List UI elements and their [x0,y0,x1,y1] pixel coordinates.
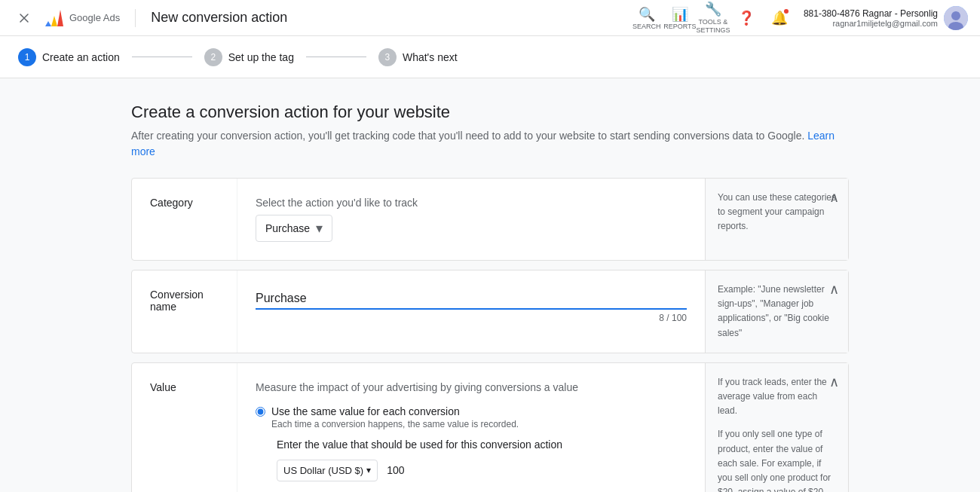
value-help-text-2: If you only sell one type of product, en… [718,427,836,492]
currency-dropdown-icon: ▾ [366,465,371,475]
category-help-text: You can use these categories to segment … [718,192,836,231]
notification-badge [782,8,790,15]
google-ads-logo: Google Ads [42,10,120,26]
page-title-nav: New conversion action [151,10,287,26]
category-help: ∧ You can use these categories to segmen… [705,179,848,260]
svg-marker-0 [45,21,51,26]
value-description: Measure the impact of your advertising b… [256,381,687,393]
tools-label: TOOLS & SETTINGS [696,18,730,35]
category-section: Category Select the action you'd like to… [131,178,849,261]
reports-icon: 📊 [672,6,688,23]
category-selected-value: Purchase [265,222,310,234]
step-1-label: Create an action [42,51,120,63]
search-icon: 🔍 [639,6,655,23]
user-info: 881-380-4876 Ragnar - Personlig ragnar1m… [804,8,938,28]
value-amount: 100 [387,464,404,476]
currency-value: US Dollar (USD $) [283,465,363,476]
tools-nav-button[interactable]: 🔧 TOOLS & SETTINGS [698,3,728,33]
stepper: 1 Create an action 2 Set up the tag 3 Wh… [0,36,980,78]
step-3-label: What's next [403,51,458,63]
value-input-section: Enter the value that should be used for … [277,439,687,481]
search-label: SEARCH [632,23,661,30]
page-description-text: After creating your conversion action, y… [131,130,804,142]
step-2-label: Set up the tag [228,51,294,63]
value-main: Measure the impact of your advertising b… [237,363,705,492]
help-icon: ❓ [738,10,755,26]
step-2-circle: 2 [204,48,222,66]
category-dropdown-icon: ▾ [316,220,323,237]
category-select-label: Select the action you'd like to track [256,197,687,209]
conversion-name-section: Conversion name 8 / 100 ∧ Example: "June… [131,270,849,353]
reports-label: REPORTS [663,23,696,30]
notification-button[interactable]: 🔔 [764,3,795,33]
conversion-name-label: Conversion name [132,270,237,353]
char-count: 8 / 100 [256,313,687,323]
conversion-name-help-text: Example: "June newsletter sign-ups", "Ma… [718,284,829,338]
value-option-1-text: Use the same value for each conversion E… [271,405,519,429]
step-1: 1 Create an action [18,48,120,66]
google-ads-label: Google Ads [69,12,120,23]
main-content: Create a conversion action for your webs… [113,78,867,492]
user-section: 881-380-4876 Ragnar - Personlig ragnar1m… [804,6,968,30]
conversion-name-input[interactable] [256,289,687,310]
conversion-name-main: 8 / 100 [237,270,705,353]
value-input-label: Enter the value that should be used for … [277,439,687,451]
currency-select[interactable]: US Dollar (USD $) ▾ [277,460,378,481]
conversion-name-row: Conversion name 8 / 100 ∧ Example: "June… [132,270,848,353]
value-option-1-sublabel: Each time a conversion happens, the same… [271,419,519,429]
user-name: 881-380-4876 Ragnar - Personlig [804,8,938,19]
reports-nav-button[interactable]: 📊 REPORTS [665,3,695,33]
category-label: Category [132,179,237,260]
value-collapse-button[interactable]: ∧ [829,372,839,393]
value-option-1: Use the same value for each conversion E… [256,405,687,429]
page-heading: Create a conversion action for your webs… [131,102,849,122]
nav-right: 🔍 SEARCH 📊 REPORTS 🔧 TOOLS & SETTINGS ❓ … [632,3,968,33]
value-section: Value Measure the impact of your adverti… [131,362,849,492]
page-description: After creating your conversion action, y… [131,128,849,160]
nav-left: Google Ads New conversion action [12,6,632,30]
category-select[interactable]: Purchase ▾ [256,215,332,242]
close-button[interactable] [12,6,36,30]
value-help-text-1: If you track leads, enter the average va… [718,375,836,419]
value-radio-1[interactable] [256,407,265,417]
svg-marker-1 [51,16,57,26]
category-row: Category Select the action you'd like to… [132,179,848,260]
step-connector-1 [132,57,192,57]
nav-divider [135,9,136,27]
value-option-1-label[interactable]: Use the same value for each conversion [271,405,519,417]
help-nav-button[interactable]: ❓ [731,3,761,33]
svg-point-4 [951,11,960,20]
search-nav-button[interactable]: 🔍 SEARCH [632,3,662,33]
avatar[interactable] [944,6,968,30]
step-2: 2 Set up the tag [204,48,294,66]
conversion-name-help: ∧ Example: "June newsletter sign-ups", "… [705,270,848,353]
category-collapse-button[interactable]: ∧ [829,188,839,208]
value-label: Value [132,363,237,492]
category-main: Select the action you'd like to track Pu… [237,179,705,260]
tools-icon: 🔧 [705,1,721,17]
conversion-name-collapse-button[interactable]: ∧ [829,280,839,300]
value-help: ∧ If you track leads, enter the average … [705,363,848,492]
step-3-circle: 3 [378,48,397,66]
step-connector-2 [306,57,366,57]
value-row: Value Measure the impact of your adverti… [132,363,848,492]
user-email: ragnar1miljetelg@gmail.com [804,19,938,28]
step-1-circle: 1 [18,48,36,66]
top-navigation: Google Ads New conversion action 🔍 SEARC… [0,0,980,36]
value-input-row: US Dollar (USD $) ▾ 100 [277,460,687,481]
svg-marker-2 [57,10,63,26]
step-3: 3 What's next [378,48,458,66]
